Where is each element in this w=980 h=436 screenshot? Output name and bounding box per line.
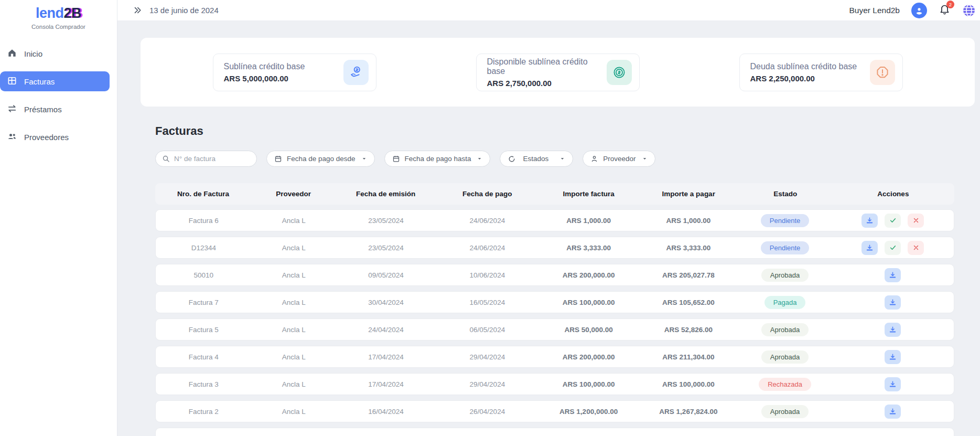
notifications-button[interactable]: 2 (939, 3, 951, 17)
stat-value: ARS 5,000,000.00 (224, 74, 343, 83)
column-header: Importe factura (539, 190, 639, 198)
provider-name: Ancla L (252, 217, 336, 225)
home-icon (7, 48, 17, 60)
download-invoice-button[interactable] (885, 268, 901, 282)
provider-name: Ancla L (252, 326, 336, 334)
reject-invoice-button[interactable] (908, 241, 924, 255)
provider-name: Ancla L (252, 244, 336, 252)
payment-date: 29/04/2024 (436, 380, 539, 388)
invoice-number: Factura 7 (156, 299, 252, 306)
calendar-icon (274, 155, 282, 163)
provider-name: Ancla L (252, 408, 336, 416)
column-header: Importe a pagar (639, 190, 739, 198)
actions-cell (832, 377, 954, 391)
user-avatar[interactable] (911, 3, 927, 18)
grid-icon (7, 76, 17, 88)
issue-date: 17/04/2024 (336, 380, 436, 388)
payment-date: 06/05/2024 (436, 326, 539, 334)
sidebar-item-label: Inicio (24, 49, 42, 58)
payable-amount: ARS 1,267,824.00 (639, 408, 738, 416)
brand-logo: lend2B Consola Comprador (0, 0, 117, 30)
search-input[interactable] (174, 155, 250, 163)
actions-cell (832, 323, 954, 337)
invoice-number: Factura 3 (156, 380, 252, 388)
topbar-right: Buyer Lend2b 2 (849, 3, 976, 18)
payable-amount: ARS 1,000.00 (639, 217, 738, 225)
topbar: 13 de junio de 2024 Buyer Lend2b 2 (117, 0, 980, 21)
actions-cell (832, 295, 954, 310)
download-invoice-button[interactable] (861, 214, 878, 228)
download-icon (889, 299, 897, 306)
actions-cell (832, 350, 954, 364)
user-name: Buyer Lend2b (849, 6, 900, 15)
payable-amount: ARS 52,826.00 (639, 326, 738, 334)
logo-subtitle: Consola Comprador (0, 24, 117, 30)
download-icon (866, 244, 874, 252)
logo-lend: lend (36, 5, 64, 21)
payment-date: 29/04/2024 (436, 353, 539, 361)
payable-amount: ARS 211,304.00 (639, 353, 738, 361)
approve-invoice-button[interactable] (885, 241, 901, 255)
approve-invoice-button[interactable] (885, 214, 901, 228)
alert-icon (870, 60, 895, 85)
table-row: Factura 7Ancla L30/04/202416/05/2024ARS … (155, 291, 954, 313)
check-icon (889, 244, 897, 251)
download-invoice-button[interactable] (885, 323, 901, 337)
download-invoice-button[interactable] (885, 405, 901, 419)
actions-cell (832, 268, 954, 282)
stat-value: ARS 2,250,000.00 (750, 74, 870, 83)
logo-text: lend2B (0, 5, 117, 22)
sidebar-item-prestamos[interactable]: Préstamos (0, 99, 110, 119)
download-icon (889, 380, 897, 388)
provider-name: Ancla L (252, 299, 336, 306)
actions-cell (832, 214, 954, 228)
table-row-partial (155, 428, 954, 436)
issue-date: 23/05/2024 (336, 217, 436, 225)
download-invoice-button[interactable] (885, 377, 901, 391)
payment-date: 10/06/2024 (436, 271, 539, 279)
actions-cell (832, 405, 954, 419)
collapse-sidebar-icon[interactable] (133, 6, 142, 15)
coins-icon (607, 60, 632, 85)
status-cell: Aprobada (738, 323, 832, 336)
filters-bar: Fecha de pago desde Fecha de pago hasta (155, 151, 954, 167)
language-globe-icon[interactable] (962, 4, 976, 17)
sidebar-item-proveedores[interactable]: Proveedores (0, 127, 110, 147)
status-badge: Pendiente (761, 214, 810, 227)
invoice-amount: ARS 200,000.00 (539, 271, 639, 279)
chevron-down-icon (361, 156, 367, 162)
invoice-amount: ARS 50,000.00 (539, 326, 639, 334)
status-badge: Pagada (764, 296, 806, 309)
filter-proveedor[interactable]: Proveedor (583, 151, 655, 167)
sidebar-item-inicio[interactable]: Inicio (0, 44, 110, 63)
status-badge: Rechazada (759, 378, 811, 391)
status-cell: Aprobada (738, 269, 832, 282)
status-cell: Aprobada (738, 350, 832, 364)
sidebar-item-facturas[interactable]: Facturas (0, 71, 110, 91)
download-invoice-button[interactable] (861, 241, 878, 255)
actions-cell (832, 241, 954, 255)
invoice-number: Factura 5 (156, 326, 252, 334)
download-invoice-button[interactable] (885, 295, 901, 310)
filter-label: Proveedor (603, 155, 636, 163)
invoice-number: Factura 4 (156, 353, 252, 361)
invoice-amount: ARS 100,000.00 (539, 299, 639, 306)
filter-fecha-pago-hasta[interactable]: Fecha de pago hasta (384, 151, 491, 167)
filter-estados[interactable]: Estados (500, 151, 573, 167)
stat-value: ARS 2,750,000.00 (487, 79, 607, 88)
chevron-down-icon (477, 156, 482, 162)
status-badge: Aprobada (761, 350, 809, 364)
stat-card-sublinea: Sublínea crédito base ARS 5,000,000.00 (213, 54, 376, 91)
sidebar-item-label: Facturas (24, 77, 55, 86)
reject-invoice-button[interactable] (908, 214, 924, 228)
column-header: Acciones (832, 190, 954, 198)
download-icon (889, 326, 897, 334)
column-header: Fecha de pago (436, 190, 539, 198)
issue-date: 16/04/2024 (336, 408, 436, 416)
content: Sublínea crédito base ARS 5,000,000.00 (117, 21, 980, 436)
download-invoice-button[interactable] (885, 350, 901, 364)
column-header: Proveedor (251, 190, 336, 198)
status-cell: Aprobada (738, 405, 832, 418)
status-badge: Aprobada (761, 405, 809, 418)
filter-fecha-pago-desde[interactable]: Fecha de pago desde (266, 151, 375, 167)
